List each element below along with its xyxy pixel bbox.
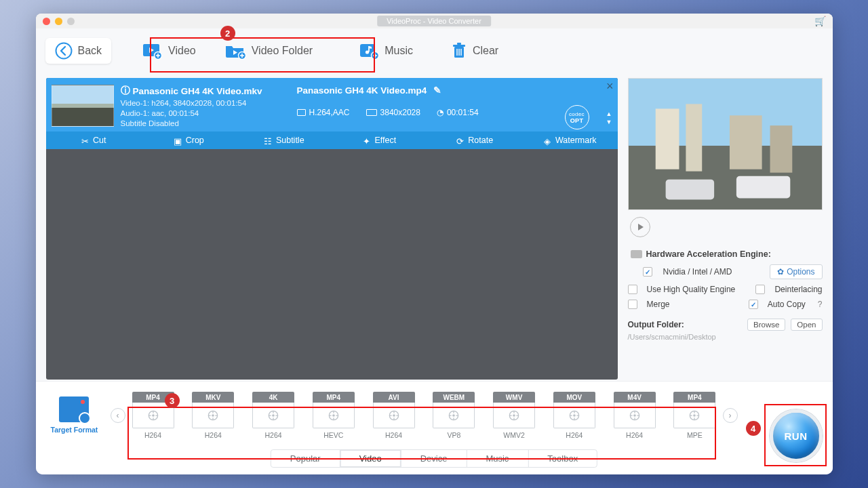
back-arrow-icon — [55, 42, 73, 60]
svg-point-19 — [332, 414, 335, 417]
hw-accel-title: Hardware Acceleration Engine: — [631, 249, 823, 259]
svg-point-29 — [633, 414, 636, 417]
format-option[interactable]: MKV H264 — [192, 392, 234, 439]
merge-label: Merge — [647, 300, 739, 309]
window-minimize-icon[interactable] — [55, 18, 62, 25]
svg-point-23 — [452, 414, 455, 417]
source-filename: Panasonic GH4 4K Video.mkv — [133, 86, 262, 96]
svg-rect-10 — [453, 45, 465, 47]
svg-point-0 — [56, 43, 71, 59]
svg-point-15 — [212, 414, 214, 417]
help-icon[interactable]: ? — [818, 300, 823, 309]
window-close-icon[interactable] — [43, 18, 50, 25]
chip-icon — [631, 250, 642, 258]
run-button[interactable]: RUN — [770, 409, 823, 462]
format-option[interactable]: WEBM VP8 — [433, 392, 475, 439]
svg-point-21 — [393, 414, 395, 417]
svg-point-25 — [513, 414, 515, 417]
output-info: Panasonic GH4 4K Video.mp4 ✎ H.264,AAC 3… — [277, 85, 612, 127]
format-option[interactable]: M4V H264 — [614, 392, 656, 439]
format-list: MP4 H264MKV H2644K H264MP4 HEVCAVI H264W… — [125, 392, 723, 439]
annotation-2: 2 — [220, 26, 235, 41]
clear-button[interactable]: Clear — [441, 38, 508, 64]
svg-point-7 — [366, 50, 369, 54]
target-format-button[interactable]: Target Format — [51, 396, 98, 434]
nvidia-checkbox[interactable] — [643, 267, 652, 277]
format-option[interactable]: AVI H264 — [373, 392, 415, 439]
clear-label: Clear — [473, 45, 498, 57]
output-filename: Panasonic GH4 4K Video.mp4 — [297, 85, 427, 96]
tab-video[interactable]: Video — [340, 450, 401, 467]
category-tabs: PopularVideoDeviceMusicToolbox — [271, 449, 597, 468]
format-next-button[interactable]: › — [723, 408, 738, 423]
add-folder-button[interactable]: Video Folder — [215, 38, 322, 64]
format-option[interactable]: WMV WMV2 — [493, 392, 535, 439]
reorder-arrows[interactable]: ▲▼ — [606, 110, 612, 125]
format-prev-button[interactable]: ‹ — [111, 408, 125, 423]
hq-label: Use High Quality Engine — [647, 285, 747, 294]
codec-icon — [297, 109, 306, 116]
window-title: VideoProc - Video Converter — [377, 16, 491, 26]
add-music-button[interactable]: Music — [349, 38, 422, 64]
deinterlace-checkbox[interactable] — [755, 285, 765, 294]
remove-item-icon[interactable]: × — [606, 79, 614, 94]
output-codec: H.264,AAC — [309, 108, 350, 117]
hw-options-button[interactable]: ✿ Options — [770, 264, 822, 279]
crop-tool[interactable]: ▣Crop — [141, 131, 237, 149]
preview-panel — [628, 78, 823, 210]
annotation-4: 4 — [746, 421, 761, 436]
rotate-tool[interactable]: ⟳Rotate — [427, 131, 523, 149]
subtitle-tool[interactable]: ☷Subtitle — [237, 131, 332, 149]
format-option[interactable]: MOV H264 — [553, 392, 595, 439]
format-option[interactable]: MP4 MPE — [673, 392, 715, 439]
svg-rect-11 — [457, 43, 461, 45]
edit-name-icon[interactable]: ✎ — [433, 85, 441, 96]
tab-toolbox[interactable]: Toolbox — [528, 450, 597, 467]
codec-options-button[interactable]: codec OPT — [565, 105, 589, 129]
video-icon — [142, 42, 163, 60]
music-icon — [359, 42, 379, 60]
svg-point-17 — [272, 414, 275, 417]
svg-point-31 — [694, 414, 696, 417]
autocopy-checkbox[interactable] — [749, 300, 758, 309]
watermark-tool[interactable]: ◈Watermark — [522, 131, 618, 149]
output-folder-path: /Users/scmacmini/Desktop — [628, 333, 823, 341]
add-video-label: Video — [168, 45, 196, 57]
open-folder-button[interactable]: Open — [791, 319, 822, 331]
svg-point-27 — [573, 414, 576, 417]
app-window: VideoProc - Video Converter 🛒 Back Video… — [36, 14, 833, 474]
folder-icon — [224, 42, 246, 60]
browse-button[interactable]: Browse — [747, 319, 785, 331]
cut-tool[interactable]: ✂Cut — [46, 131, 142, 149]
tab-device[interactable]: Device — [401, 450, 467, 467]
add-music-label: Music — [384, 45, 413, 57]
resolution-icon — [366, 109, 377, 116]
target-format-icon — [59, 396, 89, 422]
format-option[interactable]: 4K H264 — [252, 392, 294, 439]
video-thumbnail — [52, 85, 114, 127]
video-item[interactable]: ⓘ Panasonic GH4 4K Video.mkv Video-1: h2… — [46, 78, 618, 149]
window-zoom-icon[interactable] — [67, 18, 75, 25]
main-toolbar: Back Video Video Folder Music — [36, 28, 833, 73]
gear-icon: ✿ — [777, 267, 784, 277]
effect-tool[interactable]: ✦Effect — [332, 131, 427, 149]
format-strip: Target Format ‹ MP4 H264MKV H2644K H264M… — [36, 381, 833, 474]
svg-point-13 — [152, 414, 155, 417]
play-button[interactable] — [630, 217, 650, 237]
video-list-pane: ⓘ Panasonic GH4 4K Video.mkv Video-1: h2… — [46, 78, 618, 380]
tab-music[interactable]: Music — [466, 450, 528, 467]
source-video-line: Video-1: h264, 3840x2028, 00:01:54 — [121, 99, 277, 107]
add-folder-label: Video Folder — [252, 45, 313, 57]
titlebar: VideoProc - Video Converter 🛒 — [36, 14, 833, 28]
cart-icon[interactable]: 🛒 — [814, 16, 826, 26]
clock-icon: ◔ — [437, 108, 443, 117]
side-panel: Hardware Acceleration Engine: Nvidia / I… — [628, 78, 823, 380]
output-resolution: 3840x2028 — [380, 108, 420, 117]
merge-checkbox[interactable] — [628, 300, 637, 309]
hq-checkbox[interactable] — [628, 285, 637, 294]
add-video-button[interactable]: Video — [133, 38, 205, 64]
format-option[interactable]: MP4 HEVC — [313, 392, 355, 439]
tab-popular[interactable]: Popular — [271, 450, 340, 467]
back-button[interactable]: Back — [45, 38, 112, 64]
item-toolbar: ✂Cut ▣Crop ☷Subtitle ✦Effect ⟳Rotate ◈Wa… — [46, 131, 618, 149]
